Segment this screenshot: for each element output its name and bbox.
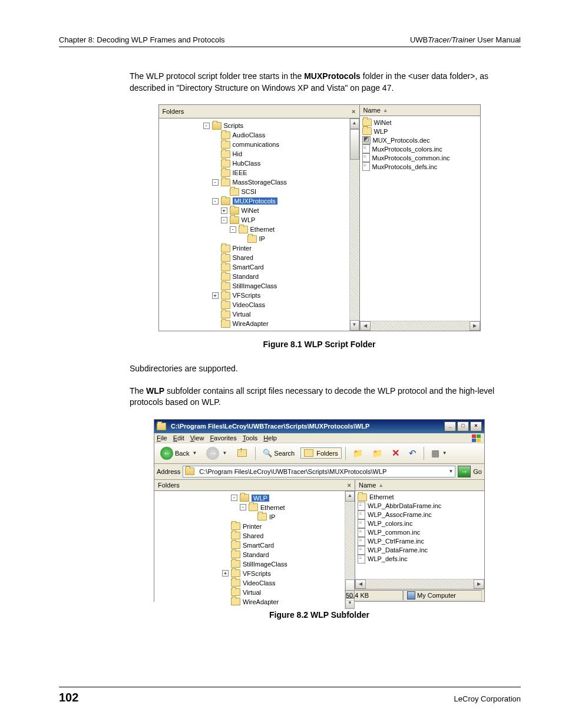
menu-favorites[interactable]: Favorites bbox=[210, 434, 236, 442]
folder-tree[interactable]: -ScriptsAudioClasscommunicationsHidHubCl… bbox=[159, 118, 349, 331]
menu-tools[interactable]: Tools bbox=[243, 434, 258, 442]
tree-item[interactable]: WireAdapter bbox=[159, 319, 349, 328]
name-column-header[interactable]: Name ▲ bbox=[355, 480, 484, 491]
list-item[interactable]: WLP_AbbrDataFrame.inc bbox=[355, 502, 484, 510]
horizontal-scrollbar[interactable]: ◀ ▶ bbox=[360, 321, 480, 331]
tree-item[interactable]: SmartCard bbox=[154, 541, 345, 550]
close-icon[interactable]: × bbox=[348, 482, 351, 489]
expand-icon[interactable]: + bbox=[222, 570, 229, 577]
tree-item[interactable]: +WiNet bbox=[159, 206, 349, 215]
menu-file[interactable]: File bbox=[157, 434, 167, 442]
tree-item[interactable]: -MUXProtocols bbox=[159, 196, 349, 206]
folder-tree[interactable]: -WLP-EthernetIPPrinterSharedSmartCardSta… bbox=[154, 491, 345, 609]
scroll-right-icon[interactable]: ▶ bbox=[474, 579, 484, 589]
vertical-scrollbar[interactable]: ▲ ▼ bbox=[349, 118, 359, 331]
tree-item[interactable]: Standard bbox=[159, 272, 349, 281]
list-item[interactable]: MuxProtocols_common.inc bbox=[360, 153, 480, 162]
list-item[interactable]: WLP_colors.inc bbox=[355, 519, 484, 528]
maximize-button[interactable]: □ bbox=[457, 421, 469, 431]
list-item[interactable]: WiNet bbox=[360, 118, 480, 127]
list-item[interactable]: WLP_AssocFrame.inc bbox=[355, 510, 484, 519]
up-button[interactable]: ↑ bbox=[233, 446, 252, 461]
tree-item[interactable]: -MassStorageClass bbox=[159, 177, 349, 187]
search-button[interactable]: Search bbox=[259, 447, 298, 459]
forward-button[interactable]: → ▼ bbox=[203, 445, 230, 462]
name-column-header[interactable]: Name ▲ bbox=[360, 105, 480, 116]
tree-item[interactable]: SmartCard bbox=[159, 262, 349, 272]
tree-item[interactable]: Standard bbox=[154, 550, 345, 559]
list-item[interactable]: MuxProtocols_defs.inc bbox=[360, 162, 480, 171]
collapse-icon[interactable]: - bbox=[212, 198, 219, 205]
tree-item[interactable]: Printer bbox=[159, 243, 349, 253]
dropdown-icon[interactable]: ▼ bbox=[448, 469, 453, 474]
tree-item[interactable]: Printer bbox=[154, 522, 345, 531]
tree-item[interactable]: Shared bbox=[154, 531, 345, 541]
tree-item[interactable]: Virtual bbox=[159, 309, 349, 319]
scroll-right-icon[interactable]: ▶ bbox=[470, 321, 480, 331]
tree-item[interactable]: SCSI bbox=[159, 187, 349, 196]
go-button[interactable]: → bbox=[458, 466, 471, 477]
undo-button[interactable]: ↶ bbox=[405, 446, 420, 460]
collapse-icon[interactable]: - bbox=[230, 226, 236, 233]
back-button[interactable]: ← Back ▼ bbox=[157, 445, 200, 462]
collapse-icon[interactable]: - bbox=[203, 123, 210, 129]
tree-item[interactable]: IP bbox=[154, 512, 345, 522]
list-item[interactable]: WLP_CtrlFrame.inc bbox=[355, 537, 484, 546]
scroll-down-icon[interactable]: ▼ bbox=[350, 320, 359, 331]
collapse-icon[interactable]: - bbox=[221, 217, 227, 223]
menu-edit[interactable]: Edit bbox=[173, 434, 184, 442]
delete-button[interactable]: ✕ bbox=[388, 446, 403, 460]
list-item[interactable]: MuxProtocols_colors.inc bbox=[360, 144, 480, 153]
folders-button[interactable]: Folders bbox=[300, 447, 342, 459]
close-icon[interactable]: × bbox=[352, 108, 355, 115]
tree-item[interactable]: IEEE bbox=[159, 168, 349, 177]
tree-item[interactable]: -Scripts bbox=[159, 121, 349, 130]
scroll-up-icon[interactable]: ▲ bbox=[345, 491, 355, 502]
list-item[interactable]: MUX_Protocols.dec bbox=[360, 136, 480, 144]
horizontal-scrollbar[interactable]: ◀ ▶ bbox=[355, 579, 484, 589]
close-button[interactable]: × bbox=[470, 421, 482, 431]
tree-item[interactable]: -Ethernet bbox=[154, 503, 345, 512]
scroll-up-icon[interactable]: ▲ bbox=[350, 118, 359, 129]
list-item[interactable]: WLP bbox=[360, 127, 480, 136]
move-to-button[interactable]: 📁 bbox=[349, 447, 366, 460]
views-button[interactable]: ▦▼ bbox=[428, 446, 451, 460]
tree-item[interactable]: -WLP bbox=[154, 493, 345, 503]
minimize-button[interactable]: _ bbox=[444, 421, 456, 431]
tree-item[interactable]: Shared bbox=[159, 253, 349, 262]
tree-item[interactable]: +VFScripts bbox=[154, 569, 345, 578]
menu-help[interactable]: Help bbox=[263, 434, 277, 442]
menu-bar[interactable]: FileEditViewFavoritesToolsHelp bbox=[154, 433, 484, 443]
expand-icon[interactable]: + bbox=[221, 207, 227, 214]
window-titlebar[interactable]: C:\Program Files\LeCroy\UWBTracer\Script… bbox=[154, 420, 484, 433]
tree-item[interactable]: StillImageClass bbox=[159, 281, 349, 291]
tree-item[interactable]: +VFScripts bbox=[159, 291, 349, 300]
scroll-left-icon[interactable]: ◀ bbox=[360, 321, 371, 331]
tree-item[interactable]: WireAdapter bbox=[154, 597, 345, 607]
tree-item[interactable]: AudioClass bbox=[159, 130, 349, 140]
collapse-icon[interactable]: - bbox=[212, 179, 219, 186]
list-item[interactable]: WLP_common.inc bbox=[355, 528, 484, 537]
tree-item[interactable]: VideoClass bbox=[154, 578, 345, 588]
tree-item[interactable]: StillImageClass bbox=[154, 559, 345, 569]
collapse-icon[interactable]: - bbox=[231, 495, 237, 501]
menu-view[interactable]: View bbox=[190, 434, 204, 442]
tree-item[interactable]: -WLP bbox=[159, 215, 349, 225]
scroll-left-icon[interactable]: ◀ bbox=[355, 579, 366, 589]
collapse-icon[interactable]: - bbox=[240, 504, 246, 510]
tree-item[interactable]: Virtual bbox=[154, 588, 345, 597]
tree-item[interactable]: HubClass bbox=[159, 159, 349, 168]
copy-to-button[interactable]: 📁 bbox=[369, 447, 386, 460]
tree-item[interactable]: VideoClass bbox=[159, 300, 349, 309]
file-list[interactable]: WiNetWLPMUX_Protocols.decMuxProtocols_co… bbox=[360, 116, 480, 321]
expand-icon[interactable]: + bbox=[212, 292, 219, 299]
list-item[interactable]: WLP_DataFrame.inc bbox=[355, 546, 484, 555]
list-item[interactable]: Ethernet bbox=[355, 493, 484, 502]
list-item[interactable]: WLP_defs.inc bbox=[355, 555, 484, 564]
tree-item[interactable]: IP bbox=[159, 234, 349, 243]
file-list[interactable]: EthernetWLP_AbbrDataFrame.incWLP_AssocFr… bbox=[355, 491, 484, 579]
address-input[interactable]: C:\Program Files\LeCroy\UWBTracer\Script… bbox=[183, 466, 455, 477]
tree-item[interactable]: -Ethernet bbox=[159, 225, 349, 234]
tree-item[interactable]: Hid bbox=[159, 149, 349, 159]
tree-item[interactable]: communications bbox=[159, 140, 349, 149]
